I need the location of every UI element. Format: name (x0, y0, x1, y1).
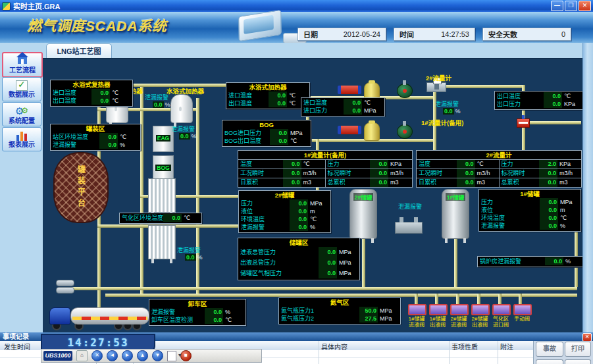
panel-row-label: 出口温度 (497, 92, 544, 100)
valve-label: 1#储罐出液阀 (429, 317, 446, 328)
panel-row-label: 压力 (241, 199, 290, 207)
maximize-button[interactable]: ❐ (565, 1, 577, 11)
valve-label-line: 进液阀 (450, 323, 467, 328)
panel-row-label: 环境温度 (481, 214, 540, 222)
panel-row-value: 0.0 (91, 89, 110, 97)
panel-row-unit: MPa (337, 268, 357, 278)
cell-unit: ℃ (475, 160, 497, 169)
accident-button[interactable]: 事故 (536, 342, 563, 357)
panel-vaporizer-temp: 气化区环境温度0.0℃ (119, 213, 202, 224)
minimize-button[interactable]: — (551, 1, 563, 11)
panel-row-value: 0.0 (269, 99, 287, 107)
cell-value: 0.0 (283, 160, 301, 169)
meter-cylinder-2 (56, 287, 74, 294)
panel-row-unit: ℃ (118, 133, 138, 141)
leak-value: 0.0 (185, 254, 196, 261)
valve-box-icon[interactable] (492, 304, 511, 315)
panel-row-unit: KPa (562, 100, 582, 108)
down-icon[interactable]: ▼ (152, 350, 163, 361)
cell-value: 0.0 (539, 178, 557, 187)
leak-alarm-chip: 泄漏报警 (398, 202, 422, 211)
safe-days-value: 0 (556, 30, 571, 38)
sidebar-item-data-display[interactable]: 数据展示 (2, 77, 41, 101)
panel-row-unit: MPa (378, 307, 398, 315)
panel-row: 泄漏报警0.0% (241, 223, 328, 231)
panel-row-label: 气化区环境温度 (122, 214, 163, 222)
valve-indicator: 2#储罐进液阀 (450, 304, 467, 328)
tab-lng-process[interactable]: LNG站工艺图 (46, 43, 112, 59)
panel-row: 环境温度0.0℃ (481, 214, 579, 222)
control-valve-top[interactable] (397, 84, 413, 98)
home-icon[interactable]: ⌂ (76, 350, 88, 361)
valve-box-icon[interactable] (450, 304, 469, 315)
panel-row-label: 泄漏报警 (241, 223, 290, 231)
panel-row-unit: ℃ (110, 89, 130, 97)
cell-label: 日累积 (419, 178, 457, 187)
pipe-segment (140, 84, 143, 294)
sidebar-label: 工艺流程 (3, 66, 41, 74)
sidebar-item-process-flow[interactable]: 工艺流程 (2, 52, 43, 78)
panel-unloading-area: 卸车区泄漏报警0.0%卸车区温度检测0.0℃ (149, 299, 246, 326)
panel-title: 罐装区 (53, 125, 138, 133)
panel-row-unit: ℃ (362, 99, 382, 107)
valve-box-icon[interactable] (408, 304, 426, 315)
forward-icon[interactable]: ► (122, 350, 133, 361)
panel-row-label: 氮气瓶压力1 (281, 307, 359, 315)
water-bath-heater-vessel (170, 94, 193, 123)
sidebar-item-system-config[interactable]: ⚙⚙ 系统配置 (2, 102, 41, 126)
up-icon[interactable]: ▲ (137, 350, 148, 361)
log-grid-line (319, 341, 319, 364)
tank2-tag: 2#储罐 (353, 193, 373, 201)
panel-row-unit: ℃ (562, 92, 582, 100)
log-grid-line (498, 341, 498, 364)
control-valve-bottom[interactable] (397, 124, 413, 139)
safe-days-field: 安全天数 0 (482, 28, 571, 41)
panel-row-label: 出口压力 (497, 100, 544, 108)
panel-row-unit: % (558, 222, 579, 230)
valve-box-icon[interactable] (429, 304, 448, 315)
panel-bog: BOGBOG进口压力0.0MPaBOG出口温度0.0℃ (222, 120, 311, 147)
leak-label: 泄漏报警 (171, 124, 197, 133)
flow-table-cell: 日累积0.0m3 (238, 178, 326, 187)
scada-canvas: EAG BOG 2#储罐 1#储罐 罐装平台 水浴式复热器 水浴式加热器 2#流… (43, 58, 582, 333)
cell-label: 标况瞬时 (502, 169, 540, 178)
flow-table-cell: 工况瞬时0.0m3/h (238, 169, 326, 178)
stop-icon[interactable]: ■ (180, 350, 192, 361)
panel-tank-2: 2#储罐压力0.0MPa液位0.0m环境温度0.0℃泄漏报警0.0% (238, 190, 331, 233)
log-grid-line (449, 341, 450, 364)
panel-water-bath-heater: 水浴式加热器进口温度0.0℃出口温度0.0℃ (226, 82, 310, 109)
cell-label: 总累积 (502, 178, 540, 187)
valve-box-icon[interactable] (513, 304, 532, 315)
flow-table-cell: 温度0.0℃ (417, 160, 500, 169)
sidebar-label: 数据展示 (3, 91, 41, 98)
panel-row-value: 0.0 (290, 215, 308, 223)
valve-label-line: 进口阀 (492, 323, 509, 328)
panel-row: 进口温度0.0℃ (53, 89, 130, 97)
valve-label-line: 出液阀 (429, 323, 446, 328)
valve-label: 1#储罐进液阀 (408, 317, 425, 328)
print-button[interactable]: 打印 (565, 342, 591, 357)
pipe-segment (454, 236, 457, 287)
partial-button[interactable] (536, 359, 563, 364)
close-circle-icon[interactable]: ✕ (91, 350, 103, 361)
valve-indicator: 气化区进口阀 (492, 304, 509, 328)
sidebar-item-report-display[interactable]: 报表展示 (2, 127, 41, 151)
cell-value: 0.0 (457, 178, 475, 187)
panel-row-label: BOG出口温度 (224, 137, 270, 145)
leak-alarm-chip: 泄漏报警 0.0% (171, 124, 197, 140)
panel-row-value: 0.0 (270, 137, 288, 145)
valve-box-icon[interactable] (471, 304, 490, 315)
page-icon[interactable] (167, 351, 176, 361)
back-icon[interactable]: ◄ (107, 350, 118, 361)
pipe-segment (61, 287, 577, 290)
meter-cylinder-1 (56, 280, 74, 286)
window-title: 实时主页.GRA (13, 1, 61, 11)
outlet-valve[interactable] (517, 118, 530, 128)
panel-row-label: 压力 (481, 198, 540, 206)
panel-row-unit: ℃ (110, 97, 130, 105)
partial-button[interactable] (565, 359, 591, 364)
trailer-stripe (72, 317, 147, 320)
panel-row-label: 出液总管压力 (240, 257, 319, 268)
close-button[interactable]: ✕ (579, 1, 591, 11)
panel-row-unit: ℃ (223, 316, 244, 324)
